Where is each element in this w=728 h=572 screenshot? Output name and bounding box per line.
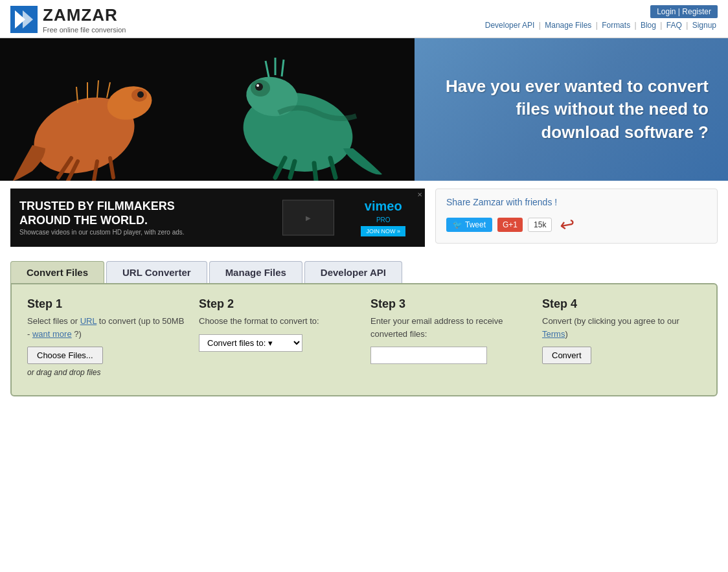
step-4-terms-link[interactable]: Terms: [542, 329, 565, 339]
step-4-title: Step 4: [542, 297, 701, 311]
step-1-desc-prefix: Select files or: [27, 316, 80, 326]
nav-blog[interactable]: Blog: [641, 21, 656, 30]
tab-developer-api[interactable]: Developer API: [304, 261, 402, 283]
main-section: Convert Files URL Converter Manage Files…: [0, 255, 728, 409]
arrow-icon: ↩: [558, 212, 576, 236]
hero-image: [0, 38, 415, 181]
convert-button[interactable]: Convert: [542, 347, 591, 364]
step-1: Step 1 Select files or URL to convert (u…: [27, 297, 186, 377]
ad-thumbnail: ▶: [282, 200, 334, 236]
ad-join-now-button[interactable]: JOIN NOW »: [361, 226, 405, 236]
steps-row: Step 1 Select files or URL to convert (u…: [27, 297, 701, 377]
step-4-desc: Convert (by clicking you agree to our Te…: [542, 315, 701, 340]
choose-files-button[interactable]: Choose Files...: [27, 347, 103, 364]
tweet-label: Tweet: [465, 220, 486, 229]
share-box: Share Zamzar with friends ! 🐦 Tweet G+1 …: [435, 189, 718, 244]
step-4-desc-prefix: Convert (by clicking you agree to our: [542, 316, 679, 326]
ad-line2: AROUND THE WORLD.: [19, 214, 185, 228]
header: ZAMZAR Free online file conversion Login…: [0, 0, 728, 38]
tab-manage-files[interactable]: Manage Files: [209, 261, 302, 283]
ad-vimeo: vimeo PRO JOIN NOW »: [361, 199, 405, 236]
tab-url-converter[interactable]: URL Converter: [106, 261, 207, 283]
step-3: Step 3 Enter your email address to recei…: [370, 297, 529, 377]
logo-area: ZAMZAR Free online file conversion: [10, 5, 126, 34]
step-1-desc: Select files or URL to convert (up to 50…: [27, 315, 186, 340]
share-suffix: with friends !: [504, 197, 557, 207]
logo-text-area: ZAMZAR Free online file conversion: [43, 5, 126, 34]
ad-text-block: TRUSTED BY FILMMAKERS AROUND THE WORLD. …: [19, 200, 185, 236]
step-2-desc: Choose the format to convert to:: [199, 315, 358, 328]
hero-text-area: Have you ever wanted to convert files wi…: [415, 38, 728, 181]
step-1-desc-suffix: ?): [72, 329, 82, 339]
step-1-want-more-link[interactable]: want more: [32, 329, 72, 339]
nav-faq[interactable]: FAQ: [666, 21, 682, 30]
gplus-button[interactable]: G+1: [497, 218, 523, 232]
header-right: Login | Register Developer API | Manage …: [484, 5, 718, 30]
logo-icon: [10, 6, 38, 33]
share-brand: Zamzar: [473, 197, 503, 207]
share-title: Share Zamzar with friends !: [446, 197, 707, 207]
nav-developer-api[interactable]: Developer API: [485, 21, 535, 30]
nav-manage-files[interactable]: Manage Files: [545, 21, 591, 30]
ad-close-icon[interactable]: ✕: [417, 191, 422, 198]
tab-convert-files[interactable]: Convert Files: [10, 261, 104, 283]
step-4-desc-suffix: ): [565, 329, 567, 339]
logo-title: ZAMZAR: [43, 5, 126, 25]
share-prefix: Share: [446, 197, 473, 207]
nav-formats[interactable]: Formats: [602, 21, 630, 30]
hero-banner: Have you ever wanted to convert files wi…: [0, 38, 728, 181]
share-count: 15k: [528, 218, 552, 232]
step-1-url-link[interactable]: URL: [80, 316, 97, 326]
advertisement: TRUSTED BY FILMMAKERS AROUND THE WORLD. …: [10, 189, 425, 247]
email-input[interactable]: [370, 347, 487, 364]
convert-format-select[interactable]: Convert files to: ▾: [199, 334, 302, 352]
step-2: Step 2 Choose the format to convert to: …: [199, 297, 358, 377]
vimeo-logo: vimeo: [365, 199, 402, 214]
drag-drop-label: or drag and drop files: [27, 368, 186, 377]
vimeo-pro: PRO: [376, 216, 391, 223]
svg-point-6: [137, 91, 144, 98]
share-buttons: 🐦 Tweet G+1 15k ↩: [446, 214, 707, 235]
step-4: Step 4 Convert (by clicking you agree to…: [542, 297, 701, 377]
svg-marker-1: [23, 10, 33, 29]
step-3-title: Step 3: [370, 297, 529, 311]
svg-point-10: [255, 83, 263, 91]
tab-content: Step 1 Select files or URL to convert (u…: [10, 283, 718, 396]
below-hero: TRUSTED BY FILMMAKERS AROUND THE WORLD. …: [0, 181, 728, 255]
step-1-title: Step 1: [27, 297, 186, 311]
twitter-icon: 🐦: [453, 220, 462, 229]
svg-point-11: [256, 84, 259, 87]
login-register-bar[interactable]: Login | Register: [650, 5, 718, 18]
step-3-desc: Enter your email address to receive conv…: [370, 315, 529, 340]
nav-signup[interactable]: Signup: [692, 21, 716, 30]
tweet-button[interactable]: 🐦 Tweet: [446, 218, 492, 232]
ad-line1: TRUSTED BY FILMMAKERS: [19, 200, 185, 214]
login-register-text: Login | Register: [657, 7, 711, 16]
logo-subtitle: Free online file conversion: [43, 26, 126, 34]
tab-bar: Convert Files URL Converter Manage Files…: [10, 261, 718, 283]
nav-links: Developer API | Manage Files | Formats |…: [484, 21, 718, 30]
gplus-label: G+1: [503, 220, 518, 229]
hero-headline: Have you ever wanted to convert files wi…: [434, 75, 709, 143]
step-2-title: Step 2: [199, 297, 358, 311]
ad-sub: Showcase videos in our custom HD player,…: [19, 229, 185, 236]
